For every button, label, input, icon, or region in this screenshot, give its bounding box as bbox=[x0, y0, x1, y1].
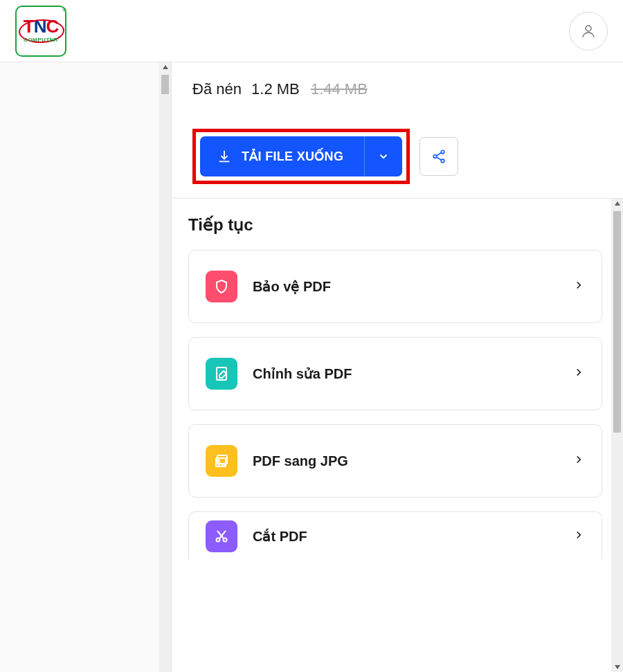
download-dropdown-toggle[interactable] bbox=[365, 136, 402, 176]
download-highlight-box: TẢI FILE XUỐNG bbox=[192, 129, 410, 184]
compress-summary: Đã nén 1.2 MB 1.44 MB bbox=[192, 80, 602, 98]
action-label: Chỉnh sửa PDF bbox=[253, 365, 572, 382]
action-protect-pdf[interactable]: Bảo vệ PDF bbox=[188, 250, 602, 323]
shield-icon bbox=[206, 271, 237, 302]
sidebar-scrollbar[interactable] bbox=[159, 62, 171, 672]
download-button[interactable]: TẢI FILE XUỐNG bbox=[200, 136, 402, 176]
action-label: Cắt PDF bbox=[253, 528, 572, 545]
main-panel: Đã nén 1.2 MB 1.44 MB TẢI FILE XUỐNG bbox=[172, 62, 623, 672]
svg-point-3 bbox=[441, 159, 444, 163]
svg-point-1 bbox=[441, 150, 444, 154]
download-button-label: TẢI FILE XUỐNG bbox=[242, 149, 343, 164]
chevron-right-icon bbox=[572, 453, 585, 469]
compressed-label: Đã nén bbox=[192, 80, 242, 98]
svg-point-11 bbox=[224, 538, 227, 541]
action-pdf-to-jpg[interactable]: PDF sang JPG bbox=[188, 424, 602, 498]
chevron-down-icon bbox=[377, 150, 390, 163]
svg-point-0 bbox=[586, 26, 591, 31]
continue-title: Tiếp tục bbox=[188, 215, 602, 235]
tnc-logo: ® TNC COMPUTER bbox=[15, 6, 66, 57]
user-icon bbox=[580, 23, 597, 39]
download-icon bbox=[217, 149, 232, 164]
action-label: Bảo vệ PDF bbox=[253, 278, 572, 295]
action-buttons-row: TẢI FILE XUỐNG bbox=[192, 129, 602, 184]
original-size: 1.44 MB bbox=[311, 80, 368, 98]
share-button[interactable] bbox=[419, 137, 458, 176]
chevron-right-icon bbox=[572, 529, 585, 544]
compressed-size: 1.2 MB bbox=[251, 80, 300, 98]
logo-subtext: COMPUTER bbox=[24, 37, 58, 43]
main-scrollbar[interactable] bbox=[611, 199, 623, 672]
chevron-right-icon bbox=[572, 366, 585, 381]
left-sidebar bbox=[0, 62, 172, 672]
top-bar: ® TNC COMPUTER bbox=[0, 0, 623, 62]
svg-point-9 bbox=[218, 460, 219, 462]
action-label: PDF sang JPG bbox=[253, 453, 572, 469]
svg-line-4 bbox=[437, 153, 442, 156]
edit-icon bbox=[206, 358, 237, 390]
image-icon bbox=[206, 445, 237, 477]
action-split-pdf[interactable]: Cắt PDF bbox=[188, 511, 602, 560]
svg-line-5 bbox=[437, 157, 442, 160]
compress-result-area: Đã nén 1.2 MB 1.44 MB TẢI FILE XUỐNG bbox=[172, 62, 623, 199]
profile-avatar-button[interactable] bbox=[569, 12, 608, 51]
share-icon bbox=[431, 149, 446, 164]
body: Đã nén 1.2 MB 1.44 MB TẢI FILE XUỐNG bbox=[0, 62, 623, 672]
svg-point-10 bbox=[217, 538, 220, 541]
svg-point-2 bbox=[433, 155, 437, 158]
action-edit-pdf[interactable]: Chỉnh sửa PDF bbox=[188, 337, 602, 410]
chevron-right-icon bbox=[572, 279, 585, 294]
scissors-icon bbox=[206, 520, 237, 552]
continue-panel: Tiếp tục Bảo vệ PDF Chỉnh sửa PDF bbox=[172, 199, 623, 672]
